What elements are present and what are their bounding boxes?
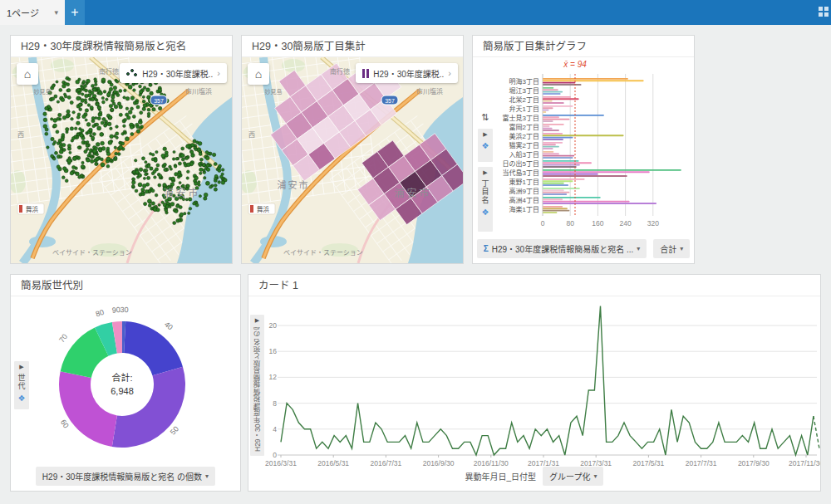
card-title: 簡易版世代別: [11, 275, 240, 296]
svg-text:320: 320: [647, 219, 659, 228]
svg-text:80: 80: [566, 219, 574, 228]
legend-label: H29・30年度課税..: [142, 67, 213, 80]
y-axis-field-label: 丁目名: [480, 179, 491, 204]
dataset-icon: ❖: [18, 394, 26, 403]
card-line-chart: カード 1 0481216202016/3/312016/5/312016/7/…: [248, 274, 821, 492]
bar-chart-plot[interactable]: 080160240320明海3丁目堀江3丁目北栄2丁目弁天1丁目富士見3丁目富岡…: [473, 57, 694, 228]
svg-text:舞浜: 舞浜: [257, 205, 269, 213]
home-button[interactable]: ⌂: [248, 63, 269, 85]
svg-text:160: 160: [592, 219, 603, 228]
svg-text:80: 80: [95, 308, 106, 319]
svg-text:合計:: 合計:: [111, 372, 132, 383]
category-field-label: 世代: [17, 374, 27, 390]
svg-text:富士見3丁目: 富士見3丁目: [503, 114, 539, 122]
svg-text:西: 西: [17, 131, 24, 139]
svg-text:30: 30: [120, 306, 128, 314]
svg-text:357: 357: [154, 98, 164, 104]
svg-text:海楽1丁目: 海楽1丁目: [509, 205, 539, 213]
svg-text:北栄2丁目: 北栄2丁目: [509, 95, 539, 104]
apps-grid-icon[interactable]: [819, 7, 829, 17]
svg-text:東野1丁目: 東野1丁目: [509, 178, 539, 186]
expand-icon[interactable]: ▶: [19, 364, 23, 370]
aggregation-button[interactable]: 合計 ▾: [653, 239, 690, 258]
axis-field-panel: ▶ ❖: [478, 129, 493, 162]
caret-down-icon: ▾: [205, 472, 209, 480]
category-field-panel: ▶ 世代 ❖: [14, 361, 29, 409]
home-button[interactable]: ⌂: [17, 63, 38, 85]
svg-text:0: 0: [273, 451, 277, 459]
svg-text:浦安市: 浦安市: [394, 187, 431, 199]
card-points-map: H29・30年度課税情報簡易版と宛名 南行徳妙見島市川塩浜西浦安市舞浜ベイサイド…: [10, 35, 233, 264]
top-bar: 1ページ ▾ +: [0, 0, 831, 25]
map-label: 南行徳: [99, 67, 119, 76]
svg-text:4: 4: [273, 425, 277, 433]
caret-down-icon: ▾: [637, 245, 640, 252]
svg-text:ベイサイド・ステーション: ベイサイド・ステーション: [52, 249, 132, 257]
expand-icon[interactable]: ▶: [483, 169, 487, 176]
card-title: 簡易版丁目集計グラフ: [473, 36, 694, 57]
svg-text:浦安市: 浦安市: [163, 187, 200, 199]
card-donut-chart: 簡易版世代別 30405060708090合計:6,948 ▶ 世代 ❖ H29…: [10, 274, 241, 492]
choropleth-map-canvas[interactable]: 南行徳妙見島市川塩浜西浦安市浦安市舞浜ベイサイド・ステーション357: [242, 57, 463, 263]
chevron-down-icon: ▾: [54, 8, 58, 17]
caret-down-icon: ▾: [593, 472, 597, 480]
y-axis-field-panel: ▶ H29・30年度課税情報簡易版と宛名 の個数: [250, 315, 264, 456]
svg-text:40: 40: [163, 320, 175, 331]
svg-text:猫実2丁目: 猫実2丁目: [509, 141, 539, 149]
svg-text:舞浜: 舞浜: [26, 205, 38, 213]
expand-icon[interactable]: ▶: [255, 317, 259, 324]
y-axis-field-panel: ▶ 丁目名 ❖: [478, 167, 493, 232]
svg-text:市川塩浜: 市川塩浜: [416, 87, 443, 95]
group-by-button[interactable]: グループ化 ▾: [543, 467, 603, 486]
card-title: H29・30簡易版丁目集計: [242, 36, 463, 57]
card-title: カード 1: [248, 275, 820, 296]
svg-text:x̄ = 94: x̄ = 94: [563, 60, 587, 69]
points-map-canvas[interactable]: 南行徳妙見島市川塩浜西浦安市舞浜ベイサイド・ステーション357: [11, 57, 232, 263]
sort-icon[interactable]: ⇅: [481, 112, 489, 123]
svg-text:堀江3丁目: 堀江3丁目: [509, 87, 539, 95]
svg-text:市川塩浜: 市川塩浜: [185, 87, 212, 95]
caret-down-icon: ▾: [680, 245, 683, 252]
svg-text:90: 90: [111, 306, 120, 315]
svg-text:16: 16: [269, 347, 278, 355]
svg-text:ベイサイド・ステーション: ベイサイド・ステーション: [283, 249, 363, 257]
svg-text:明海3丁目: 明海3丁目: [509, 77, 539, 86]
add-page-button[interactable]: +: [65, 0, 85, 25]
page-tab[interactable]: 1ページ ▾: [0, 0, 65, 25]
map-label: 南行徳: [330, 67, 350, 76]
count-field-button[interactable]: H29・30年度課税情報簡易版と宛名 の個数 ▾: [36, 467, 215, 486]
donut-chart-plot[interactable]: 30405060708090合計:6,948: [11, 296, 240, 464]
chevron-right-icon: ›: [448, 68, 451, 78]
svg-text:70: 70: [57, 332, 69, 344]
dataset-icon: ❖: [482, 208, 489, 217]
svg-text:日の出5丁目: 日の出5丁目: [503, 159, 539, 168]
expand-icon[interactable]: ▶: [483, 131, 487, 138]
card-bar-chart: 簡易版丁目集計グラフ 080160240320明海3丁目堀江3丁目北栄2丁目弁天…: [472, 35, 695, 264]
number-field-button[interactable]: Σ H29・30年度課税情報簡易版と宛名 ... ▾: [477, 239, 647, 258]
y-axis-label: H29・30年度課税情報簡易版と宛名 の個数: [253, 327, 263, 452]
svg-text:高洲9丁目: 高洲9丁目: [509, 187, 539, 195]
svg-text:当代島3丁目: 当代島3丁目: [503, 169, 539, 177]
line-chart-plot[interactable]: 0481216202016/3/312016/5/312016/7/312016…: [248, 296, 820, 472]
page-tab-label: 1ページ: [7, 6, 39, 19]
svg-text:8: 8: [273, 399, 277, 408]
dataset-icon: ❖: [482, 141, 489, 150]
svg-text:弁天1丁目: 弁天1丁目: [509, 105, 539, 113]
svg-text:美浜2丁目: 美浜2丁目: [509, 132, 539, 140]
svg-text:入船3丁目: 入船3丁目: [509, 150, 539, 159]
x-axis-field-label: 異動年月日_日付型: [465, 470, 537, 482]
sigma-icon: Σ: [484, 244, 489, 253]
svg-text:西: 西: [248, 131, 255, 139]
svg-text:20: 20: [269, 321, 278, 330]
svg-text:富岡2丁目: 富岡2丁目: [509, 123, 539, 131]
legend-label: H29・30年度課税..: [373, 67, 444, 80]
svg-text:妙見島: 妙見島: [34, 88, 52, 95]
svg-text:6,948: 6,948: [111, 386, 134, 396]
svg-text:240: 240: [620, 219, 632, 228]
map-legend-button[interactable]: H29・30年度課税.. ›: [120, 63, 227, 83]
card-choropleth-map: H29・30簡易版丁目集計 南行徳妙見島市川塩浜西浦安市浦安市舞浜ベイサイド・ス…: [241, 35, 464, 264]
svg-text:12: 12: [269, 373, 278, 381]
map-legend-button[interactable]: H29・30年度課税.. ›: [356, 63, 458, 83]
choropleth-layer-icon: [362, 69, 369, 78]
svg-text:浦安市: 浦安市: [278, 179, 310, 190]
